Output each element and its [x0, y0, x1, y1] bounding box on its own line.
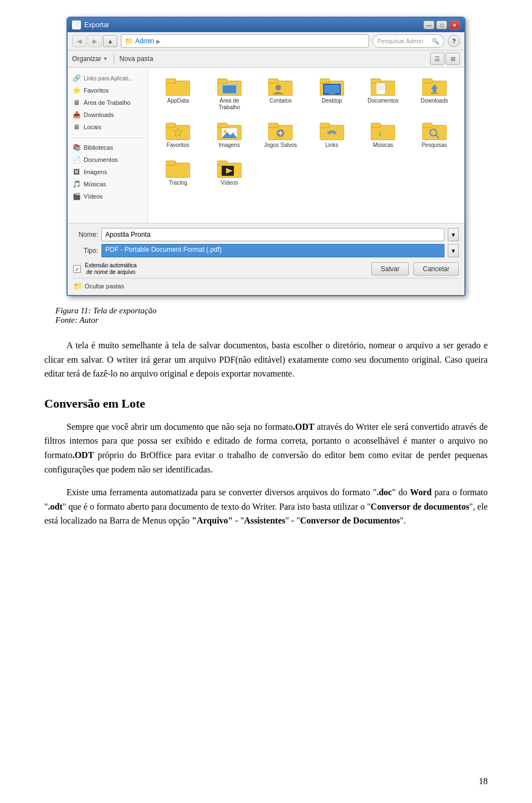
folder-imagens[interactable]: Imagens: [205, 118, 254, 151]
folder-jogos-salvos-label: Jogos Salvos: [264, 142, 297, 149]
para3-mid1: " do: [392, 487, 410, 497]
sidebar-documentos[interactable]: 📄 Documentos: [68, 154, 147, 166]
para3-end: ".: [400, 516, 406, 525]
folder-tracing[interactable]: Tracing: [154, 155, 203, 189]
search-bar[interactable]: Pesquisar Admin 🔍: [372, 34, 444, 48]
organize-button[interactable]: Organizar ▼: [72, 55, 108, 63]
documentos-icon: 📄: [72, 155, 81, 164]
folder-videos[interactable]: Vídeos: [205, 155, 254, 189]
forward-button[interactable]: ▶: [88, 35, 102, 47]
minimize-button[interactable]: —: [423, 21, 434, 29]
para3-after1: " que é o formato aberto para documento …: [63, 502, 371, 511]
sidebar-favoritos[interactable]: ⭐ Favoritos: [68, 84, 147, 96]
sidebar-bibliotecas-label: Bibliotecas: [84, 144, 113, 151]
musicas-icon: 🎵: [72, 180, 81, 189]
area-trabalho-icon: 🖥: [72, 98, 81, 107]
para3-bold5: "Arquivo": [192, 516, 233, 525]
filetype-dropdown-button[interactable]: ▼: [448, 244, 459, 257]
dialog-main: 🔗 Links para Aplicati... ⭐ Favoritos 🖥 Á…: [68, 68, 464, 223]
folder-favoritos-icon: [165, 120, 191, 142]
folder-appdata[interactable]: AppData: [154, 73, 203, 113]
filename-dropdown-button[interactable]: ▼: [448, 228, 459, 241]
folder-jogos-salvos[interactable]: Jogos Salvos: [256, 118, 305, 151]
page-number: 18: [479, 776, 488, 786]
folder-links-icon: [319, 120, 345, 142]
links-icon: 🔗: [72, 74, 81, 83]
sidebar-imagens[interactable]: 🖼 Imagens: [68, 166, 147, 178]
help-button[interactable]: ?: [448, 35, 460, 47]
svg-rect-15: [371, 79, 381, 83]
folder-contatos-icon: [267, 75, 294, 98]
sidebar-videos[interactable]: 🎬 Vídeos: [68, 190, 147, 202]
cancel-button[interactable]: Cancelar: [413, 262, 459, 276]
para3-mid4: " - ": [285, 516, 300, 525]
extension-checkbox[interactable]: ✓: [73, 265, 81, 273]
folder-downloads[interactable]: Downloads: [410, 73, 459, 113]
paragraph2: Sempre que você abrir um documento que n…: [44, 420, 488, 476]
folder-links[interactable]: Links: [308, 118, 357, 151]
dialog-sidebar: 🔗 Links para Aplicati... ⭐ Favoritos 🖥 Á…: [68, 68, 148, 223]
folder-musicas-icon: ♪: [370, 120, 396, 142]
para2-bold2: .ODT: [73, 450, 94, 460]
maximize-button[interactable]: □: [436, 21, 447, 29]
close-button[interactable]: ✕: [449, 21, 460, 29]
filename-input[interactable]: [101, 228, 444, 241]
view-list-button[interactable]: ☰: [430, 53, 444, 65]
folder-documentos[interactable]: Documentos: [359, 73, 408, 113]
sidebar-locais-label: Locais: [84, 124, 101, 130]
folder-favoritos[interactable]: Favoritos: [154, 118, 203, 151]
folder-documentos-label: Documentos: [367, 98, 398, 104]
folder-pesquisas[interactable]: Pesquisas: [410, 118, 459, 151]
svg-rect-7: [268, 79, 278, 83]
folder-contatos[interactable]: Contatos: [256, 73, 305, 113]
sidebar-locais[interactable]: 🖥 Locais: [68, 121, 147, 133]
folder-tracing-label: Tracing: [169, 180, 187, 186]
folder-downloads-icon: [421, 75, 448, 98]
folder-desktop-label: Desktop: [321, 98, 342, 104]
svg-text:♪: ♪: [377, 129, 382, 138]
folder-contatos-label: Contatos: [269, 98, 291, 104]
path-bar[interactable]: 📁 Admin ▶: [121, 34, 369, 48]
sidebar-musicas[interactable]: 🎵 Músicas: [68, 178, 147, 190]
locais-icon: 🖥: [72, 123, 81, 131]
svg-point-30: [223, 130, 227, 133]
back-button[interactable]: ◀: [72, 35, 86, 47]
imagens-icon: 🖼: [72, 167, 81, 176]
hide-folders-text[interactable]: Ocultar pastas: [85, 283, 124, 289]
extension-check[interactable]: ✓ Extensão automática de nome de arquivo: [73, 262, 139, 276]
nav-toolbar: ◀ ▶ ▲ 📁 Admin ▶ Pesquisar Admin 🔍 ?: [68, 32, 464, 50]
folder-area-trabalho[interactable]: Área de Trabalho: [205, 73, 254, 113]
filetype-display: PDF - Portable Document Format (.pdf): [101, 244, 444, 257]
sidebar-area-trabalho[interactable]: 🖥 Área de Trabalho: [68, 96, 147, 109]
folder-desktop[interactable]: Desktop: [308, 73, 357, 113]
folder-pesquisas-label: Pesquisas: [422, 142, 447, 149]
folder-grid: AppData: [154, 73, 459, 189]
para3-bold6: Assistentes: [244, 516, 285, 525]
folder-links-label: Links: [325, 142, 338, 149]
extension-check-label: Extensão automática de nome de arquivo: [83, 262, 139, 276]
sidebar-downloads[interactable]: 📥 Downloads: [68, 109, 147, 121]
folder-jogos-salvos-icon: [267, 120, 294, 142]
dialog-content: AppData: [148, 68, 464, 223]
folder-videos-label: Vídeos: [221, 180, 238, 186]
svg-rect-12: [324, 85, 340, 93]
up-button[interactable]: ▲: [103, 35, 117, 47]
para3-bold3: .odt: [48, 502, 63, 511]
folder-musicas[interactable]: ♪ Músicas: [359, 118, 408, 151]
save-button[interactable]: Salvar: [371, 262, 409, 276]
figure-caption: Figura 11: Tela de exportação Fonte: Aut…: [44, 306, 488, 325]
folder-favoritos-label: Favoritos: [167, 142, 190, 149]
folder-pesquisas-icon: [421, 120, 448, 142]
svg-rect-5: [223, 85, 236, 93]
sidebar-area-trabalho-label: Área de Trabalho: [84, 99, 130, 106]
nova-pasta-label: Nova pasta: [120, 55, 154, 63]
svg-rect-43: [422, 123, 432, 128]
dialog-bottom: Nome: ▼ Tipo: PDF - Portable Document Fo…: [68, 223, 464, 295]
paragraph1: A tela é muito semelhante à tela de salv…: [44, 338, 488, 381]
sidebar-divider: [72, 138, 143, 138]
search-placeholder: Pesquisar Admin: [377, 38, 423, 44]
nova-pasta-button[interactable]: Nova pasta: [120, 55, 154, 63]
para3-mid3: - ": [233, 516, 244, 525]
view-grid-button[interactable]: ⊞: [446, 53, 460, 65]
section-heading: Conversão em Lote: [44, 397, 488, 411]
